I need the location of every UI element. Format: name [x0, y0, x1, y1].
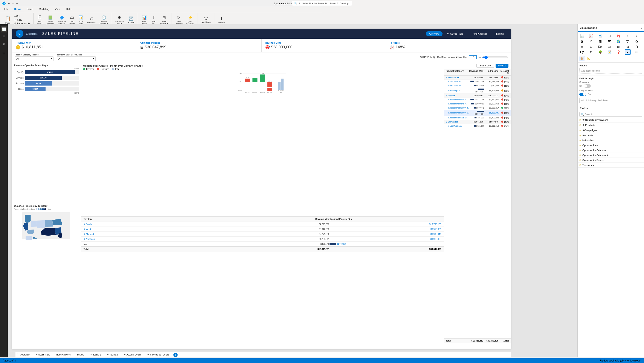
bar-chart-section: Revenue Open by Sales Stage 100% Qualify…: [12, 62, 81, 181]
bar-chart-title: Revenue Open by Sales Stage: [14, 64, 79, 67]
bar-label-propose: Propose: [14, 82, 24, 85]
filters-row: Product Category, Product All ▾ Territor…: [12, 53, 322, 62]
bar-chart-percent: 23.9%: [14, 92, 79, 94]
sidebar-model-view[interactable]: ◈: [1, 41, 7, 47]
tab-home[interactable]: Home: [12, 7, 24, 12]
kpi-qualified-pipeline: Qualified Pipeline ⊟ $30,647,899: [137, 39, 262, 52]
val-feb: -20.7%: [268, 80, 272, 82]
bar-container-develop: $15.5M: [25, 76, 79, 80]
kpi-revenue-goal: Revenue Goal 🎯 $28,000,000: [262, 39, 322, 52]
redo-btn[interactable]: ↪: [16, 2, 18, 5]
sidebar-table-view[interactable]: ⊞: [1, 33, 7, 40]
charts-area: Revenue Open by Sales Stage 100% Qualify…: [12, 62, 322, 181]
filter-product-chevron: ▾: [51, 57, 52, 60]
val-total-2: -89.5%: [281, 91, 284, 92]
left-sidebar: 📊 ⊞ ◈ ⊟: [0, 24, 8, 181]
filter-product-select[interactable]: All ▾: [15, 56, 54, 61]
bar-value-propose: $9.3M: [36, 82, 41, 85]
y-0: 0%: [240, 81, 242, 83]
kpi-qualified-label: Qualified Pipeline: [140, 42, 258, 44]
bar-label-qualify: Qualify: [14, 71, 24, 74]
bar-chart-100: 100%: [14, 68, 79, 70]
bar-label-close: Close: [14, 88, 24, 90]
canvas-area: C Contoso SALES PIPELINE Overview Win/Lo…: [8, 24, 322, 181]
title-text: 2 - Sales Pipeline Power BI - Power BI D…: [299, 2, 322, 5]
kpi-revenue-won-label: Revenue Won: [16, 42, 133, 44]
y-neg100: -100%: [238, 90, 242, 91]
title-bar: 💠 ↩ ↩ ↪ 🔍 2 - Sales Pipeline Power BI - …: [0, 0, 322, 7]
search-icon: 🔍: [294, 2, 298, 5]
filter-territory-select[interactable]: All ▾: [57, 56, 96, 61]
filter-product: Product Category, Product All ▾: [15, 54, 54, 61]
kpi-revenue-won: Revenue Won 🪙 $10,811,851: [12, 39, 137, 52]
bar-fill-develop: $15.5M: [25, 76, 62, 80]
sidebar-report-view[interactable]: 📊: [1, 26, 7, 33]
kpi-icon-0: 🪙: [16, 45, 20, 50]
bar-total-2: [281, 79, 284, 90]
bar-feb-top: [268, 82, 272, 87]
bar-row-close: Close $5.9M: [14, 87, 79, 91]
tab-file[interactable]: File: [2, 7, 11, 12]
legend-color-total: [112, 68, 114, 70]
report-header: C Contoso SALES PIPELINE Overview Win/Lo…: [12, 29, 322, 39]
tab-help[interactable]: Help: [63, 7, 74, 12]
ribbon-tabs: File Home Insert Modeling View Help: [0, 7, 322, 12]
waterfall-section: Opportunities Created - Month over Month…: [81, 62, 322, 181]
kpi-revenue-won-value: 🪙 $10,811,851: [16, 45, 133, 50]
y-100: 100%: [238, 73, 242, 74]
xlabel-dec: Dec 2021: [252, 92, 257, 93]
xlabel-total: Total: [280, 92, 282, 93]
kpi-goal-value: 🎯 $28,000,000: [265, 45, 322, 50]
tab-view[interactable]: View: [52, 7, 63, 12]
bar-chart: Qualify $24.5M Develop: [14, 70, 79, 91]
kpi-row: Revenue Won 🪙 $10,811,851 Qualified Pipe…: [12, 39, 322, 53]
label-nov: -16.6%: [246, 77, 250, 78]
waterfall-title: Opportunities Created - Month over Month…: [83, 65, 322, 67]
paste-btn[interactable]: 📋 Paste: [4, 15, 12, 25]
bar-feb-bot: [268, 88, 272, 91]
tab-insert[interactable]: Insert: [24, 7, 36, 12]
waterfall-svg: 100% 0% -100% -16.6% Nov 2021: [83, 72, 322, 94]
report-logo: C: [16, 30, 24, 38]
bar-row-qualify: Qualify $24.5M: [14, 70, 79, 74]
title-search[interactable]: 🔍 2 - Sales Pipeline Power BI - Power BI…: [292, 1, 322, 6]
kpi-icon-1: ⊟: [140, 45, 144, 50]
bar-label-develop: Develop: [14, 77, 24, 79]
legend-decrease: Decrease: [97, 68, 109, 70]
legend-label-increase: Increase: [86, 68, 94, 70]
bar-jan: [260, 75, 265, 82]
bar-container-propose: $9.3M: [25, 81, 79, 86]
left-charts-column: Revenue Open by Sales Stage 100% Qualify…: [12, 62, 81, 181]
filter-product-label: Product Category, Product: [15, 54, 54, 56]
val-jan: 47.9%: [261, 73, 264, 74]
legend-increase: Increase: [83, 68, 94, 70]
undo-btn[interactable]: ↩: [8, 2, 10, 5]
filter-territory: Territory, State Or Province All ▾: [57, 54, 96, 61]
xlabel-feb: Feb 2022: [268, 92, 272, 93]
bar-total-1: [278, 82, 281, 90]
xlabel-nov: Nov 2021: [245, 92, 250, 93]
bar-container-close: $5.9M: [25, 87, 79, 91]
bar-dec: [252, 78, 257, 82]
bar-value-develop: $15.5M: [40, 77, 46, 79]
company-name: Contoso: [26, 32, 39, 36]
legend-color-increase: [83, 68, 85, 70]
bar-row-develop: Develop $15.5M: [14, 76, 79, 80]
bar-value-qualify: $24.5M: [46, 71, 53, 73]
filter-territory-label: Territory, State Or Province: [57, 54, 96, 56]
copy-btn[interactable]: 📄 Copy: [13, 18, 32, 22]
filter-territory-chevron: ▾: [93, 57, 94, 60]
legend-total: Total: [112, 68, 119, 70]
kpi-goal-label: Revenue Goal: [265, 42, 322, 44]
legend-label-decrease: Decrease: [100, 68, 109, 70]
main-content: C Contoso SALES PIPELINE Overview Win/Lo…: [8, 24, 322, 181]
kpi-qualified-value: ⊟ $30,647,899: [140, 45, 258, 50]
middle-charts-column: Opportunities Created - Month over Month…: [81, 62, 322, 181]
cut-btn[interactable]: ✂ Cut: [13, 15, 32, 18]
sidebar-dax-query[interactable]: ⊟: [1, 50, 7, 56]
tab-modeling[interactable]: Modeling: [36, 7, 52, 12]
bar-fill-close: $5.9M: [25, 87, 46, 91]
legend-label-total: Total: [115, 68, 119, 70]
legend-color-decrease: [97, 68, 99, 70]
report-canvas: C Contoso SALES PIPELINE Overview Win/Lo…: [12, 29, 322, 181]
